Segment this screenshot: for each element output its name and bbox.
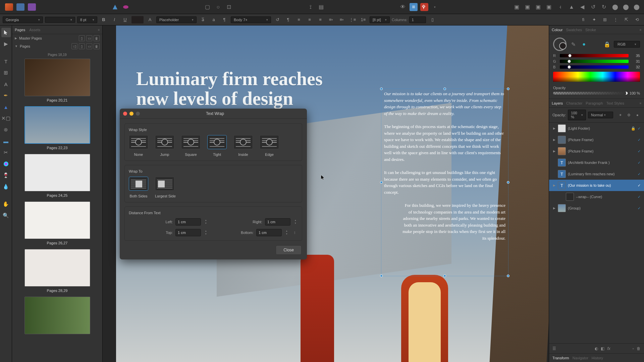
flip-h-icon[interactable]: ▲	[568, 3, 576, 11]
align-right-text-icon[interactable]: ≡	[316, 16, 325, 24]
view-tool-icon[interactable]: ✋	[1, 199, 11, 209]
layer-visible-icon[interactable]: ✶	[617, 111, 624, 119]
handle-mid-left[interactable]	[380, 181, 383, 184]
move-forward-icon[interactable]: ▣	[523, 3, 531, 11]
visible-check-icon[interactable]: ✓	[638, 126, 641, 131]
handle-bottom-right[interactable]	[507, 275, 509, 277]
page-thumb-22-23[interactable]: Pages 22,23	[15, 106, 100, 150]
visible-check-icon[interactable]: ✓	[638, 149, 641, 154]
layer-wrap-curve[interactable]: --wrap-- (Curve)✓	[549, 191, 644, 202]
page-thumb-30-31[interactable]	[15, 297, 100, 334]
left-input[interactable]	[175, 218, 201, 226]
italic-button[interactable]: I	[110, 16, 119, 24]
pilcrow-icon[interactable]: ¶	[284, 16, 292, 24]
subtract-icon[interactable]: ⬤	[633, 3, 641, 11]
text-style-dropdown[interactable]: Placeholder▾	[156, 16, 197, 23]
pages-delete-icon[interactable]: 🗑	[94, 43, 100, 49]
color-dot-icon[interactable]: ●	[580, 40, 588, 48]
text-color-swatch[interactable]	[131, 16, 144, 23]
visible-check-icon[interactable]: ✓	[638, 161, 641, 165]
text-wrap-icon[interactable]: ▤	[317, 3, 325, 11]
table-tool-icon[interactable]: ⊞	[1, 68, 11, 77]
superscript-icon[interactable]: a̅	[199, 16, 207, 24]
tab-pages[interactable]: Pages	[15, 28, 25, 32]
overflow-icon[interactable]: ⟲	[633, 16, 641, 24]
snapping-dropdown-icon[interactable]: ▾	[431, 3, 439, 11]
tab-history[interactable]: History	[592, 356, 603, 360]
fill-tool-icon[interactable]	[1, 159, 11, 169]
dotted-rect-icon[interactable]: ⊡	[225, 3, 233, 11]
handle-bottom-left[interactable]	[380, 275, 383, 277]
fx-icon[interactable]: fx	[607, 346, 610, 351]
rotate-ccw-icon[interactable]: ↺	[589, 3, 597, 11]
layer-luminary-text[interactable]: T(Luminary firm reaches new)✓	[549, 168, 644, 180]
page-thumb-28-29[interactable]: Pages 28,29	[15, 249, 100, 293]
selected-text-frame[interactable]: Our mission is to take our clients on a …	[381, 88, 508, 276]
handle-mid-right[interactable]	[507, 181, 509, 184]
layer-mission-text[interactable]: ▶T(Our mission is to take ou)✓	[549, 180, 644, 191]
handle-bottom-mid[interactable]	[443, 275, 446, 277]
pages-reflow-icon[interactable]: ↕▯	[71, 43, 77, 49]
tab-swatches[interactable]: Swatches	[566, 28, 582, 32]
close-button[interactable]: Close	[276, 245, 302, 255]
add-layer-icon[interactable]: ▫	[633, 346, 634, 351]
master-add-single-icon[interactable]: ▯	[79, 35, 85, 41]
font-size-dropdown[interactable]: 8 pt▾	[77, 16, 97, 23]
flip-v-icon[interactable]: ◀	[578, 3, 586, 11]
anchor-icon[interactable]: ⟟	[307, 3, 315, 11]
eyedropper-icon[interactable]: ✎	[569, 40, 577, 48]
top-stepper[interactable]: ▴▾	[204, 230, 208, 236]
place-image-tool-icon[interactable]: ⊗	[1, 125, 11, 134]
font-family-dropdown[interactable]: Georgia▾	[3, 16, 43, 23]
master-pages-row[interactable]: ▶ Master Pages ▯ ▭ 🗑	[12, 34, 102, 42]
number-list-icon[interactable]: 1≡	[359, 16, 368, 24]
layer-opacity-dropdown[interactable]: 100 %▾	[568, 110, 586, 120]
hue-gradient[interactable]	[553, 72, 640, 82]
visible-check-icon[interactable]: ✓	[638, 172, 641, 176]
text-frame-icon[interactable]: ▯	[428, 16, 437, 24]
handle-top-right[interactable]	[507, 87, 509, 90]
layer-fx-icon[interactable]: ●	[634, 111, 641, 119]
preflight-icon[interactable]	[111, 3, 119, 11]
pages-add-single-icon[interactable]: ▯	[79, 43, 85, 49]
pages-section-row[interactable]: ▼ Pages ↕▯ ▯ ▭ 🗑	[12, 42, 102, 50]
shape-tool-icon[interactable]: ▲	[1, 102, 11, 112]
mask-icon[interactable]: ◐	[595, 346, 598, 351]
tab-layers[interactable]: Layers	[552, 101, 563, 105]
tab-transform[interactable]: Transform	[552, 356, 569, 360]
panel-menu-icon[interactable]: ≡	[98, 28, 100, 32]
move-tool-icon[interactable]	[1, 28, 11, 37]
panel-menu-icon[interactable]: ≡	[640, 102, 641, 105]
dialog-titlebar[interactable]: Text Wrap	[120, 109, 307, 119]
wrap-to-both[interactable]: Both Sides	[129, 177, 148, 198]
page-thumb-20-21[interactable]: Pages 20,21	[15, 59, 100, 102]
wrap-style-jump[interactable]: Jump	[155, 135, 174, 157]
frame-text-tool-icon[interactable]: T	[1, 57, 11, 66]
preferences-icon[interactable]	[122, 3, 130, 11]
rotate-cw-icon[interactable]: ↻	[600, 3, 608, 11]
character-panel-icon[interactable]: A	[146, 16, 154, 24]
tab-stroke[interactable]: Stroke	[585, 28, 596, 32]
bottom-stepper[interactable]: ▴▾	[284, 230, 289, 236]
crop-tool-icon[interactable]: ✂	[1, 148, 11, 157]
tab-assets[interactable]: Assets	[29, 28, 40, 32]
left-stepper[interactable]: ▴▾	[204, 219, 208, 225]
persona-photo-icon[interactable]	[15, 2, 26, 12]
paragraph-style-dropdown[interactable]: Body 7+▾	[231, 16, 271, 23]
right-stepper[interactable]: ▴▾	[293, 219, 298, 225]
visible-check-icon[interactable]: ✓	[638, 138, 641, 142]
node-tool-icon[interactable]: ▶	[1, 39, 11, 49]
g-slider[interactable]	[560, 60, 629, 63]
ligatures-icon[interactable]: fi	[579, 16, 588, 24]
vertical-align-icon[interactable]: ≡▾	[337, 16, 346, 24]
bullet-list-icon[interactable]: ⋮≡	[348, 16, 357, 24]
handle-top-mid[interactable]	[443, 87, 446, 90]
columns-input[interactable]	[409, 16, 426, 23]
page-thumb-24-25[interactable]: Pages 24,25	[15, 154, 100, 197]
persona-publisher-icon[interactable]	[26, 2, 38, 12]
tab-paragraph[interactable]: Paragraph	[586, 101, 603, 105]
baseline-grid-icon[interactable]: ≡	[410, 3, 418, 11]
transparency-tool-icon[interactable]: 🍷	[1, 171, 11, 180]
right-input[interactable]	[265, 218, 290, 226]
visible-check-icon[interactable]: ✓	[638, 195, 641, 199]
